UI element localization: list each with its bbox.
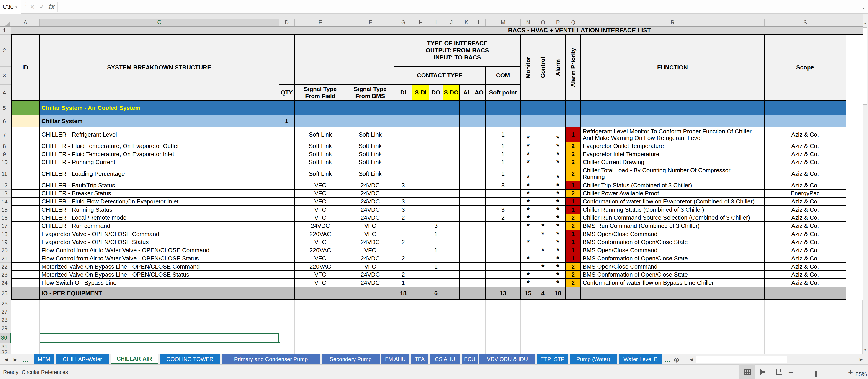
cell-G22[interactable] [395, 263, 412, 271]
cell-R31[interactable] [581, 343, 765, 351]
cell-J22[interactable] [443, 263, 460, 271]
column-header-A[interactable]: A [11, 19, 40, 26]
cell-P28[interactable] [550, 316, 566, 324]
cell-I13[interactable] [429, 190, 443, 198]
cell-r5-9[interactable] [486, 101, 521, 115]
cancel-icon[interactable]: ✕ [30, 3, 35, 11]
cell-r5-13[interactable] [566, 101, 581, 115]
cell-H17[interactable] [412, 222, 429, 230]
cell-N23[interactable]: * [521, 271, 536, 279]
cell-L15[interactable] [473, 206, 486, 214]
cell-E29[interactable] [294, 324, 346, 333]
cell-F7[interactable]: Soft Link [346, 128, 395, 142]
cell-M29[interactable] [486, 324, 521, 333]
cell-r5-7[interactable] [460, 101, 473, 115]
cell-L11[interactable] [473, 166, 486, 181]
row-header-11[interactable]: 11 [0, 166, 11, 181]
cell-R12[interactable]: Chiller Trip Status (Combined of 3 Chill… [581, 181, 765, 190]
cell-total-17[interactable] [765, 287, 846, 300]
row-header-8[interactable]: 8 [0, 142, 11, 150]
cell-M16[interactable]: 2 [486, 214, 521, 222]
cell-E16[interactable]: VFC [294, 214, 346, 222]
cell-Q13[interactable]: 2 [566, 190, 581, 198]
cell-G17[interactable] [395, 222, 412, 230]
header-signal-bms[interactable]: Signal TypeFrom BMS [346, 85, 395, 101]
cell-total-10[interactable] [473, 287, 486, 300]
cell-total-0[interactable] [11, 287, 40, 300]
cell-r5-12[interactable] [550, 101, 566, 115]
cell-G23[interactable]: 2 [395, 271, 412, 279]
header-contact-AO[interactable]: AO [473, 85, 486, 101]
cell-H27[interactable] [412, 308, 429, 316]
cell-L22[interactable] [473, 263, 486, 271]
cell-I21[interactable] [429, 254, 443, 263]
cell-K10[interactable] [460, 159, 473, 166]
column-header-C[interactable]: C [40, 19, 279, 26]
cell-Q12[interactable]: 1 [566, 181, 581, 190]
cell-K18[interactable] [460, 230, 473, 238]
cell-A29[interactable] [11, 324, 40, 333]
header-monitor[interactable]: Monitor [521, 35, 536, 101]
cell-S19[interactable]: Aziz & Co. [765, 238, 846, 246]
cell-K22[interactable] [460, 263, 473, 271]
row-header-30[interactable]: 30 [0, 333, 11, 343]
row-header-2[interactable]: 2 [0, 35, 11, 67]
cell-S20[interactable]: Aziz & Co. [765, 246, 846, 254]
cell-G9[interactable] [395, 150, 412, 159]
cell-E14[interactable]: VFC [294, 198, 346, 206]
cell-C23[interactable]: Motorized Valve On Bypass Line - OPEN/CL… [40, 271, 279, 279]
cell-Q26[interactable] [566, 300, 581, 308]
cell-r5-5[interactable] [429, 101, 443, 115]
row-header-19[interactable]: 19 [0, 238, 11, 246]
cell-H18[interactable] [412, 230, 429, 238]
cell-D9[interactable] [279, 150, 294, 159]
cell-r5-6[interactable] [443, 101, 460, 115]
cell-T32[interactable] [846, 351, 863, 354]
cell-E19[interactable]: VFC [294, 238, 346, 246]
cell-Q21[interactable]: 1 [566, 254, 581, 263]
cell-N14[interactable]: * [521, 198, 536, 206]
cell-K14[interactable] [460, 198, 473, 206]
cell-r6-10[interactable] [536, 115, 550, 128]
cell-A8[interactable] [11, 142, 40, 150]
cell-N31[interactable] [521, 343, 536, 351]
cell-K11[interactable] [460, 166, 473, 181]
cell-H26[interactable] [412, 300, 429, 308]
column-header-O[interactable]: O [536, 19, 550, 26]
cell-D21[interactable] [279, 254, 294, 263]
column-header-M[interactable]: M [486, 19, 521, 26]
cell-N16[interactable]: * [521, 214, 536, 222]
scroll-left-icon[interactable]: ◀ [690, 357, 693, 362]
cell-L16[interactable] [473, 214, 486, 222]
tab-scroll-right-icon[interactable]: ▶ [14, 357, 17, 362]
cell-D24[interactable] [279, 279, 294, 287]
cell-A11[interactable] [11, 166, 40, 181]
zoom-in-button[interactable]: + [848, 368, 853, 377]
insert-function-icon[interactable]: fx [48, 3, 54, 10]
cell-A12[interactable] [11, 181, 40, 190]
cell-H22[interactable] [412, 263, 429, 271]
cell-C29[interactable] [40, 324, 279, 333]
cell-R27[interactable] [581, 308, 765, 316]
formula-bar-expand-icon[interactable]: ⌄ [862, 5, 866, 10]
cell-D31[interactable] [279, 343, 294, 351]
cell-r6-7[interactable] [473, 115, 486, 128]
zoom-out-button[interactable]: − [788, 368, 793, 377]
cell-R11[interactable]: Chiller Total Load - By Counting Number … [581, 166, 765, 181]
cell-A19[interactable] [11, 238, 40, 246]
cell-S13[interactable]: EnergyPac [765, 190, 846, 198]
cell-J10[interactable] [443, 159, 460, 166]
cell-total-15[interactable] [566, 287, 581, 300]
cell-O31[interactable] [536, 343, 550, 351]
cell-D30[interactable] [279, 333, 294, 343]
cell-C12[interactable]: CHILLER - Fault/Trip Status [40, 181, 279, 190]
cell-G16[interactable]: 2 [395, 214, 412, 222]
cell-I18[interactable]: 1 [429, 230, 443, 238]
cell-I20[interactable]: 1 [429, 246, 443, 254]
cell-H8[interactable] [412, 142, 429, 150]
cell-S10[interactable]: Aziz & Co. [765, 159, 846, 166]
cell-A26[interactable] [11, 300, 40, 308]
cell-L31[interactable] [473, 343, 486, 351]
cell-R10[interactable]: Chiller Current Drawing [581, 159, 765, 166]
cell-K9[interactable] [460, 150, 473, 159]
